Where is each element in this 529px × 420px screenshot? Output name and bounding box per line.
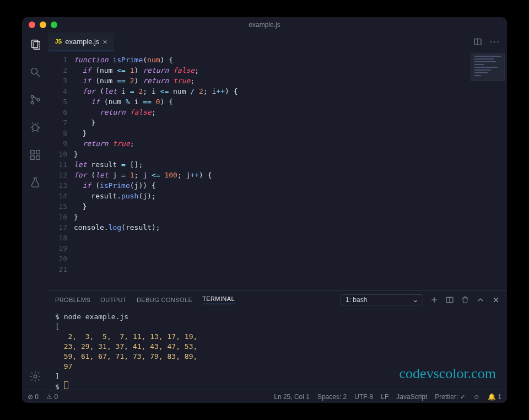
status-feedback-icon[interactable]: ☺ [473,393,480,401]
code-area[interactable]: function isPrime(num) { if (num <= 1) re… [74,51,507,290]
close-panel-icon[interactable] [492,295,500,304]
svg-point-12 [34,375,37,378]
svg-point-4 [31,95,34,98]
main-area: JS example.js × ··· 12345678910111213141… [48,33,507,390]
svg-point-6 [37,99,40,101]
new-terminal-icon[interactable] [430,295,439,304]
chevron-down-icon: ⌄ [413,296,418,304]
extensions-icon[interactable] [28,147,43,163]
svg-point-7 [33,125,39,131]
svg-line-3 [37,74,40,77]
svg-rect-10 [36,156,40,159]
panel-tab-output[interactable]: OUTPUT [100,297,127,303]
editor[interactable]: 123456789101112131415161718192021 functi… [48,51,507,290]
more-actions-icon[interactable]: ··· [490,37,500,47]
window-title: example.js [22,21,507,29]
trash-icon[interactable] [461,295,469,304]
panel-tab-debug-console[interactable]: DEBUG CONSOLE [137,297,192,303]
chevron-up-icon[interactable] [476,295,485,304]
testing-icon[interactable] [28,175,43,190]
terminal-select[interactable]: 1: bash ⌄ [341,294,423,305]
status-spaces[interactable]: Spaces: 2 [317,393,347,401]
close-tab-icon[interactable]: × [102,37,107,46]
panel-tabs: PROBLEMS OUTPUT DEBUG CONSOLE TERMINAL 1… [48,291,507,309]
titlebar: example.js [22,17,507,33]
tab-example-js[interactable]: JS example.js × [48,33,114,51]
js-file-icon: JS [55,39,62,45]
editor-tabs: JS example.js × ··· [48,33,507,51]
split-terminal-icon[interactable] [445,295,454,304]
status-encoding[interactable]: UTF-8 [354,393,373,401]
search-icon[interactable] [28,64,43,80]
status-warnings[interactable]: ⚠ 0 [46,393,58,401]
status-prettier[interactable]: Prettier: ✓ [435,393,465,401]
svg-point-5 [31,101,34,104]
tab-label: example.js [65,37,99,46]
line-gutter: 123456789101112131415161718192021 [48,51,74,290]
panel-tab-problems[interactable]: PROBLEMS [55,297,90,303]
status-bar: ⊘ 0 ⚠ 0 Ln 25, Col 1 Spaces: 2 UTF-8 LF … [22,390,507,403]
svg-rect-8 [31,150,34,154]
minimap[interactable] [471,53,505,81]
svg-rect-9 [31,156,34,159]
status-notifications[interactable]: 🔔 1 [488,393,501,401]
svg-point-2 [31,68,37,74]
body: JS example.js × ··· 12345678910111213141… [22,33,507,390]
debug-icon[interactable] [28,120,43,135]
window: example.js [22,17,507,403]
explorer-icon[interactable] [28,37,43,52]
tab-actions: ··· [473,33,507,51]
status-language[interactable]: JavaScript [396,393,427,401]
status-position[interactable]: Ln 25, Col 1 [274,393,310,401]
svg-rect-11 [36,150,40,154]
status-eol[interactable]: LF [381,393,388,401]
split-editor-icon[interactable] [473,37,482,46]
source-control-icon[interactable] [28,92,43,107]
activity-bar [22,33,48,390]
terminal-select-label: 1: bash [346,296,367,304]
status-errors[interactable]: ⊘ 0 [28,393,39,401]
watermark: codevscolor.com [400,365,496,382]
panel-tab-terminal[interactable]: TERMINAL [202,295,235,304]
settings-icon[interactable] [28,369,43,384]
